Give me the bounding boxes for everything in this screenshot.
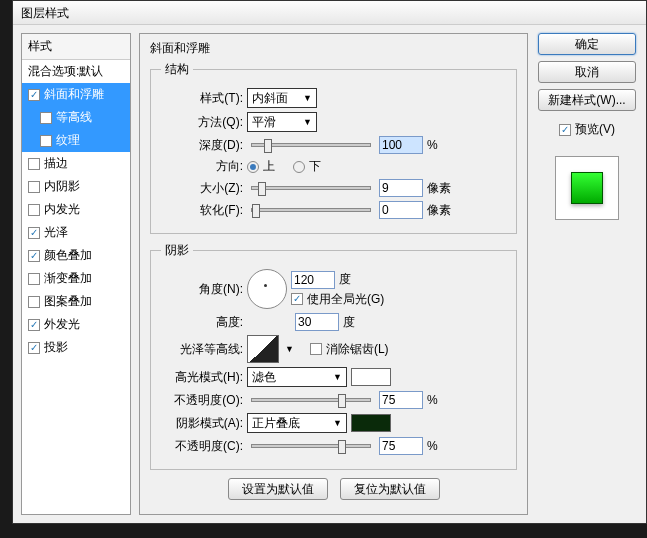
style-item-label: 外发光 bbox=[44, 316, 80, 333]
style-item-label: 描边 bbox=[44, 155, 68, 172]
style-item-7[interactable]: 颜色叠加 bbox=[22, 244, 130, 267]
global-light-label: 使用全局光(G) bbox=[307, 291, 384, 308]
preview-label: 预览(V) bbox=[575, 121, 615, 138]
style-item-5[interactable]: 内发光 bbox=[22, 198, 130, 221]
chevron-down-icon[interactable]: ▼ bbox=[285, 344, 294, 354]
slider-thumb[interactable] bbox=[338, 394, 346, 408]
size-slider[interactable] bbox=[251, 186, 371, 190]
style-value: 内斜面 bbox=[252, 90, 288, 107]
style-dropdown[interactable]: 内斜面▼ bbox=[247, 88, 317, 108]
style-item-3[interactable]: 描边 bbox=[22, 152, 130, 175]
style-item-1[interactable]: 等高线 bbox=[22, 106, 130, 129]
blend-options-item[interactable]: 混合选项:默认 bbox=[22, 60, 130, 83]
new-style-button[interactable]: 新建样式(W)... bbox=[538, 89, 636, 111]
reset-default-button[interactable]: 复位为默认值 bbox=[340, 478, 440, 500]
style-item-0[interactable]: 斜面和浮雕 bbox=[22, 83, 130, 106]
style-checkbox[interactable] bbox=[28, 89, 40, 101]
style-item-2[interactable]: 纹理 bbox=[22, 129, 130, 152]
right-panel: 确定 取消 新建样式(W)... 预览(V) bbox=[536, 33, 638, 515]
style-checkbox[interactable] bbox=[40, 135, 52, 147]
global-light-checkbox[interactable] bbox=[291, 293, 303, 305]
antialias-checkbox[interactable] bbox=[310, 343, 322, 355]
style-item-label: 纹理 bbox=[56, 132, 80, 149]
ok-button[interactable]: 确定 bbox=[538, 33, 636, 55]
direction-label: 方向: bbox=[161, 158, 243, 175]
style-item-8[interactable]: 渐变叠加 bbox=[22, 267, 130, 290]
style-item-label: 内发光 bbox=[44, 201, 80, 218]
styles-header: 样式 bbox=[22, 34, 130, 60]
antialias-label: 消除锯齿(L) bbox=[326, 341, 389, 358]
shadow-mode-dropdown[interactable]: 正片叠底▼ bbox=[247, 413, 347, 433]
slider-thumb[interactable] bbox=[264, 139, 272, 153]
style-checkbox[interactable] bbox=[28, 319, 40, 331]
direction-up-radio[interactable] bbox=[247, 161, 259, 173]
shadow-opacity-slider[interactable] bbox=[251, 444, 371, 448]
style-checkbox[interactable] bbox=[28, 296, 40, 308]
gloss-label: 光泽等高线: bbox=[161, 341, 243, 358]
slider-thumb[interactable] bbox=[252, 204, 260, 218]
degree-label: 度 bbox=[339, 271, 351, 288]
technique-label: 方法(Q): bbox=[161, 114, 243, 131]
layer-style-dialog: 图层样式 样式 混合选项:默认 斜面和浮雕等高线纹理描边内阴影内发光光泽颜色叠加… bbox=[12, 0, 647, 524]
blend-options-label: 混合选项:默认 bbox=[28, 63, 103, 80]
px-label: 像素 bbox=[427, 180, 451, 197]
slider-thumb[interactable] bbox=[338, 440, 346, 454]
style-label: 样式(T): bbox=[161, 90, 243, 107]
percent-label: % bbox=[427, 138, 438, 152]
style-checkbox[interactable] bbox=[28, 273, 40, 285]
highlight-opacity-input[interactable] bbox=[379, 391, 423, 409]
style-item-11[interactable]: 投影 bbox=[22, 336, 130, 359]
shadow-color-swatch[interactable] bbox=[351, 414, 391, 432]
options-panel: 斜面和浮雕 结构 样式(T): 内斜面▼ 方法(Q): 平滑▼ 深度(D): % bbox=[139, 33, 528, 515]
angle-input[interactable] bbox=[291, 271, 335, 289]
shading-legend: 阴影 bbox=[161, 242, 193, 259]
structure-legend: 结构 bbox=[161, 61, 193, 78]
style-checkbox[interactable] bbox=[28, 181, 40, 193]
highlight-color-swatch[interactable] bbox=[351, 368, 391, 386]
soften-label: 软化(F): bbox=[161, 202, 243, 219]
technique-dropdown[interactable]: 平滑▼ bbox=[247, 112, 317, 132]
altitude-input[interactable] bbox=[295, 313, 339, 331]
soften-slider[interactable] bbox=[251, 208, 371, 212]
style-item-6[interactable]: 光泽 bbox=[22, 221, 130, 244]
depth-label: 深度(D): bbox=[161, 137, 243, 154]
style-item-10[interactable]: 外发光 bbox=[22, 313, 130, 336]
style-checkbox[interactable] bbox=[28, 158, 40, 170]
direction-down-radio[interactable] bbox=[293, 161, 305, 173]
style-checkbox[interactable] bbox=[40, 112, 52, 124]
px-label-2: 像素 bbox=[427, 202, 451, 219]
make-default-button[interactable]: 设置为默认值 bbox=[228, 478, 328, 500]
style-checkbox[interactable] bbox=[28, 250, 40, 262]
slider-thumb[interactable] bbox=[258, 182, 266, 196]
depth-input[interactable] bbox=[379, 136, 423, 154]
gloss-contour-picker[interactable] bbox=[247, 335, 279, 363]
highlight-opacity-label: 不透明度(O): bbox=[161, 392, 243, 409]
dialog-title: 图层样式 bbox=[21, 6, 69, 20]
highlight-mode-dropdown[interactable]: 滤色▼ bbox=[247, 367, 347, 387]
cancel-button[interactable]: 取消 bbox=[538, 61, 636, 83]
highlight-opacity-slider[interactable] bbox=[251, 398, 371, 402]
size-input[interactable] bbox=[379, 179, 423, 197]
preview-swatch bbox=[571, 172, 603, 204]
style-item-label: 斜面和浮雕 bbox=[44, 86, 104, 103]
technique-value: 平滑 bbox=[252, 114, 276, 131]
titlebar[interactable]: 图层样式 bbox=[13, 1, 646, 25]
style-item-4[interactable]: 内阴影 bbox=[22, 175, 130, 198]
angle-label: 角度(N): bbox=[161, 281, 243, 298]
angle-dial[interactable] bbox=[247, 269, 287, 309]
shadow-opacity-input[interactable] bbox=[379, 437, 423, 455]
up-label: 上 bbox=[263, 158, 275, 175]
style-item-9[interactable]: 图案叠加 bbox=[22, 290, 130, 313]
depth-slider[interactable] bbox=[251, 143, 371, 147]
style-item-label: 图案叠加 bbox=[44, 293, 92, 310]
angle-dot bbox=[264, 284, 267, 287]
styles-sidebar: 样式 混合选项:默认 斜面和浮雕等高线纹理描边内阴影内发光光泽颜色叠加渐变叠加图… bbox=[21, 33, 131, 515]
soften-input[interactable] bbox=[379, 201, 423, 219]
style-checkbox[interactable] bbox=[28, 342, 40, 354]
preview-box bbox=[555, 156, 619, 220]
preview-checkbox[interactable] bbox=[559, 124, 571, 136]
style-checkbox[interactable] bbox=[28, 227, 40, 239]
shading-group: 阴影 角度(N): 度 使用全局光(G) bbox=[150, 242, 517, 470]
style-checkbox[interactable] bbox=[28, 204, 40, 216]
panel-title: 斜面和浮雕 bbox=[150, 40, 517, 57]
